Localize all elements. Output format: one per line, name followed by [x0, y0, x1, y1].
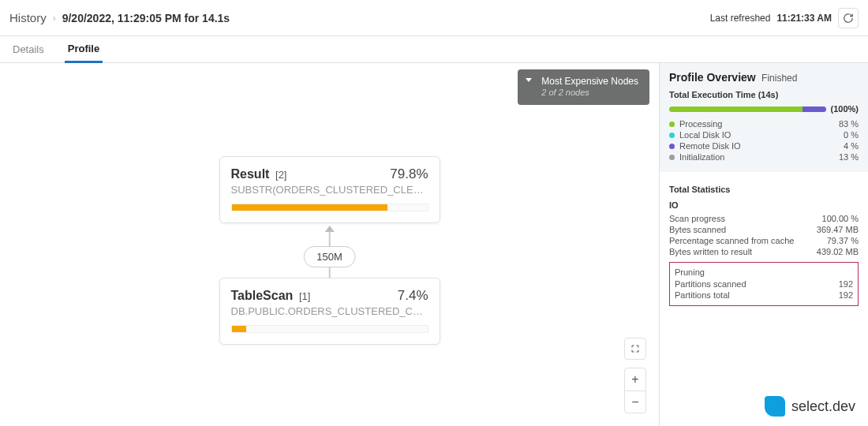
node-tablescan[interactable]: TableScan [1] 7.4% DB.PUBLIC.ORDERS_CLUS… [219, 278, 440, 345]
stat-value: 192 [839, 279, 853, 289]
legend-value: 83 % [839, 119, 859, 129]
legend-dot-icon [669, 144, 675, 149]
execution-total-pct: (100%) [831, 104, 859, 114]
stats-title: Total Statistics [669, 185, 859, 194]
edge-label: 150M [303, 246, 356, 267]
node-percent: 79.8% [390, 166, 428, 182]
execution-legend: Processing83 %Local Disk IO0 %Remote Dis… [669, 118, 859, 163]
legend-row: Remote Disk IO4 % [669, 140, 859, 151]
chevron-down-icon [526, 78, 532, 82]
execution-time-label: Total Execution Time (14s) [669, 90, 859, 99]
expand-icon [630, 344, 640, 353]
node-index: [2] [275, 169, 286, 181]
execution-time-bar [669, 106, 826, 112]
stat-value: 192 [839, 290, 853, 300]
most-expensive-badge[interactable]: Most Expensive Nodes 2 of 2 nodes [518, 69, 649, 105]
legend-row: Local Disk IO0 % [669, 129, 859, 140]
zoom-out-button[interactable]: − [625, 390, 645, 413]
chevron-right-icon: › [53, 13, 56, 24]
legend-dot-icon [669, 155, 675, 160]
pruning-highlight: Pruning Partitions scanned192Partitions … [669, 262, 859, 306]
stat-row: Percentage scanned from cache79.37 % [669, 235, 859, 246]
legend-value: 4 % [844, 141, 859, 151]
header-bar: History › 9/20/2022, 11:29:05 PM for 14.… [0, 0, 868, 36]
io-title: IO [669, 200, 859, 210]
overview-title: Profile Overview [669, 71, 756, 84]
edge: 150M [303, 226, 356, 282]
node-detail: DB.PUBLIC.ORDERS_CLUSTERED_CLERK_A… [231, 305, 428, 317]
profile-sidebar: Profile Overview Finished Total Executio… [659, 63, 868, 426]
stat-row: Scan progress100.00 % [669, 213, 859, 224]
badge-subtitle: 2 of 2 nodes [541, 88, 638, 99]
refresh-button[interactable] [838, 8, 859, 28]
stat-label: Bytes scanned [669, 225, 726, 234]
stat-value: 79.37 % [827, 236, 859, 245]
stat-label: Partitions scanned [675, 279, 746, 289]
stat-label: Scan progress [669, 214, 725, 223]
legend-label: Initialization [679, 152, 724, 162]
node-progress-bar [231, 204, 428, 211]
badge-title: Most Expensive Nodes [541, 76, 638, 88]
brand-logo: select.dev [765, 396, 855, 417]
stat-row: Bytes scanned369.47 MB [669, 224, 859, 235]
overview-status: Finished [761, 73, 797, 84]
legend-dot-icon [669, 133, 675, 138]
stat-row: Partitions scanned192 [675, 278, 853, 290]
last-refreshed-time: 11:21:33 AM [776, 13, 832, 24]
legend-dot-icon [669, 121, 675, 127]
legend-label: Processing [679, 119, 722, 129]
legend-row: Processing83 % [669, 118, 859, 129]
arrow-up-icon [325, 226, 335, 232]
tab-bar: Details Profile [0, 36, 868, 63]
node-progress-bar [231, 325, 428, 333]
zoom-controls: + − [624, 368, 646, 413]
stat-label: Percentage scanned from cache [669, 236, 794, 245]
node-result[interactable]: Result [2] 79.8% SUBSTR(ORDERS_CLUSTERED… [219, 156, 440, 223]
tab-details[interactable]: Details [9, 37, 47, 62]
node-detail: SUBSTR(ORDERS_CLUSTERED_CLERK_AU… [231, 184, 428, 196]
legend-value: 13 % [839, 152, 859, 162]
logo-mark-icon [765, 396, 785, 417]
legend-row: Initialization13 % [669, 151, 859, 163]
stat-row: Partitions total192 [675, 290, 853, 301]
refresh-icon [843, 13, 854, 24]
fullscreen-button[interactable] [624, 338, 646, 360]
pruning-title: Pruning [675, 267, 853, 277]
node-index: [1] [299, 290, 310, 302]
zoom-in-button[interactable]: + [625, 368, 645, 390]
stat-label: Partitions total [675, 290, 730, 300]
stat-value: 100.00 % [822, 214, 859, 223]
node-name: TableScan [231, 289, 294, 302]
stat-row: Bytes written to result439.02 MB [669, 246, 859, 257]
tab-profile[interactable]: Profile [65, 36, 103, 63]
node-percent: 7.4% [398, 288, 428, 304]
query-timestamp: 9/20/2022, 11:29:05 PM for 14.1s [62, 12, 230, 24]
history-link[interactable]: History [9, 11, 47, 24]
node-name: Result [231, 167, 270, 181]
legend-value: 0 % [844, 130, 859, 140]
logo-text: select.dev [791, 398, 855, 415]
legend-label: Remote Disk IO [679, 141, 741, 151]
stat-label: Bytes written to result [669, 247, 752, 256]
stat-value: 369.47 MB [817, 225, 859, 234]
legend-label: Local Disk IO [679, 130, 731, 140]
stat-value: 439.02 MB [817, 247, 859, 256]
profile-canvas[interactable]: Most Expensive Nodes 2 of 2 nodes Result… [0, 63, 659, 426]
last-refreshed-label: Last refreshed [710, 13, 771, 24]
